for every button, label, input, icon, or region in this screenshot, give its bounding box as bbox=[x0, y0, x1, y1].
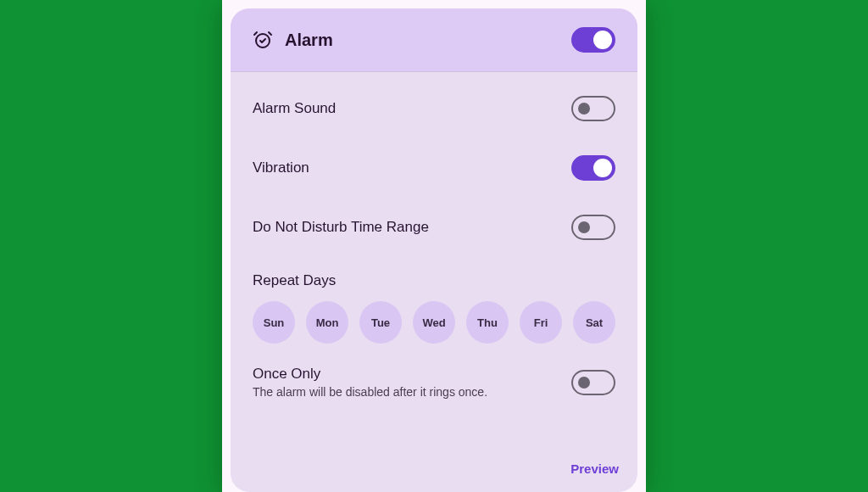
repeat-days-label: Repeat Days bbox=[253, 257, 615, 301]
alarm-sound-text: Alarm Sound bbox=[253, 100, 571, 117]
day-tue[interactable]: Tue bbox=[359, 301, 402, 344]
vibration-label: Vibration bbox=[253, 159, 571, 176]
card-footer: Preview bbox=[231, 456, 637, 492]
once-only-label: Once Only bbox=[253, 366, 571, 383]
dnd-row: Do Not Disturb Time Range bbox=[253, 198, 615, 257]
alarm-sound-row: Alarm Sound bbox=[253, 79, 615, 138]
alarm-clock-icon bbox=[253, 30, 273, 50]
vibration-row: Vibration bbox=[253, 138, 615, 198]
day-sun[interactable]: Sun bbox=[253, 301, 295, 344]
card-title: Alarm bbox=[285, 31, 571, 50]
alarm-settings-card: Alarm Alarm Sound Vibration Do Not Distu… bbox=[231, 8, 637, 492]
once-only-toggle[interactable] bbox=[571, 370, 615, 395]
dnd-toggle[interactable] bbox=[571, 215, 615, 240]
day-wed[interactable]: Wed bbox=[413, 301, 455, 344]
once-only-subtitle: The alarm will be disabled after it ring… bbox=[253, 385, 571, 399]
card-header: Alarm bbox=[231, 8, 637, 72]
alarm-sound-label: Alarm Sound bbox=[253, 100, 571, 117]
dnd-text: Do Not Disturb Time Range bbox=[253, 219, 571, 236]
card-body: Alarm Sound Vibration Do Not Disturb Tim… bbox=[231, 72, 637, 456]
phone-frame: Alarm Alarm Sound Vibration Do Not Distu… bbox=[222, 0, 646, 492]
preview-button[interactable]: Preview bbox=[570, 461, 619, 476]
day-sat[interactable]: Sat bbox=[573, 301, 615, 344]
vibration-toggle[interactable] bbox=[571, 155, 615, 181]
alarm-sound-toggle[interactable] bbox=[571, 96, 615, 121]
repeat-days-group: Sun Mon Tue Wed Thu Fri Sat bbox=[253, 301, 615, 344]
master-alarm-toggle[interactable] bbox=[571, 27, 615, 53]
once-only-text: Once Only The alarm will be disabled aft… bbox=[253, 366, 571, 399]
day-thu[interactable]: Thu bbox=[466, 301, 509, 344]
day-mon[interactable]: Mon bbox=[306, 301, 348, 344]
vibration-text: Vibration bbox=[253, 159, 571, 176]
once-only-row: Once Only The alarm will be disabled aft… bbox=[253, 344, 615, 404]
day-fri[interactable]: Fri bbox=[520, 301, 562, 344]
dnd-label: Do Not Disturb Time Range bbox=[253, 219, 571, 236]
